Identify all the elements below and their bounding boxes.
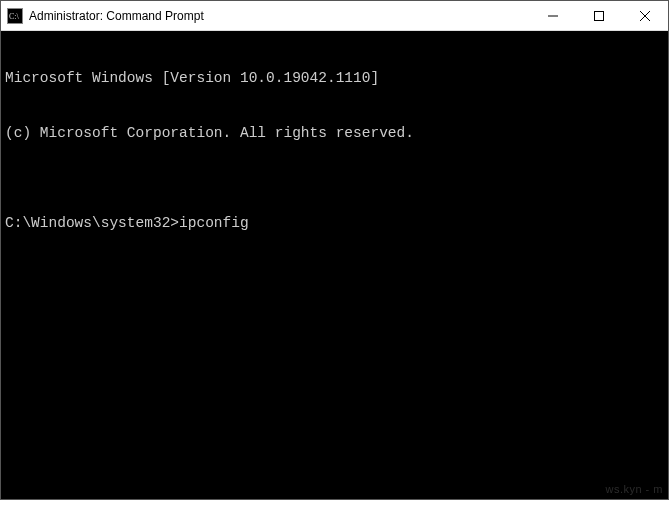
- svg-rect-4: [595, 11, 604, 20]
- typed-command: ipconfig: [179, 214, 249, 232]
- copyright-line: (c) Microsoft Corporation. All rights re…: [5, 124, 664, 142]
- svg-text:C:\: C:\: [9, 12, 20, 21]
- cmd-icon: C:\: [7, 8, 23, 24]
- prompt-path: C:\Windows\system32>: [5, 214, 179, 232]
- watermark-text: ws.kyn - m: [605, 483, 663, 495]
- window-controls: [530, 1, 668, 30]
- minimize-button[interactable]: [530, 1, 576, 30]
- terminal-area[interactable]: Microsoft Windows [Version 10.0.19042.11…: [1, 31, 668, 499]
- command-prompt-window: C:\ Administrator: Command Prompt Micros…: [0, 0, 669, 500]
- window-title: Administrator: Command Prompt: [29, 9, 204, 23]
- close-button[interactable]: [622, 1, 668, 30]
- titlebar[interactable]: C:\ Administrator: Command Prompt: [1, 1, 668, 31]
- maximize-button[interactable]: [576, 1, 622, 30]
- version-line: Microsoft Windows [Version 10.0.19042.11…: [5, 69, 664, 87]
- prompt-line: C:\Windows\system32>ipconfig: [5, 214, 664, 232]
